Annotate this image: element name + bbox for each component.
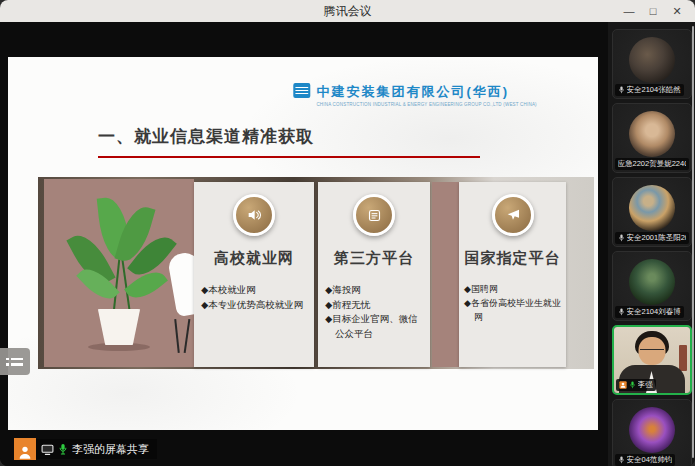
plant-illustration <box>44 179 194 367</box>
participant-name-label: 安全04范帅钧 <box>615 454 676 466</box>
shared-slide: 中建安装集团有限公司(华西) CHINA CONSTRUCTION INDUST… <box>8 57 598 430</box>
window-title: 腾讯会议 <box>324 3 372 20</box>
column-title: 高校就业网 <box>194 249 314 268</box>
participant-name-label: 李强 <box>616 379 656 391</box>
column-title: 第三方平台 <box>318 249 430 268</box>
participant-tile[interactable]: 安全04范帅钧 <box>612 399 692 466</box>
window-controls: — □ ✕ <box>617 0 689 22</box>
avatar <box>629 185 675 231</box>
bullet-item: ◆本校就业网 <box>201 283 310 298</box>
participants-sidebar: 安全2104张皓然 应急2202贺曼妮22403050230 安全2001陈圣阳… <box>608 22 695 466</box>
sharing-icon <box>619 381 627 389</box>
avatar <box>629 37 675 83</box>
mic-icon <box>618 86 625 94</box>
share-banner: 李强的屏幕共享 <box>14 438 157 460</box>
mic-on-icon <box>58 443 68 455</box>
presenter-icon[interactable] <box>14 438 36 460</box>
company-name: 中建安装集团有限公司(华西) <box>316 83 536 101</box>
bullet-item: ◆各省份高校毕业生就业网 <box>464 297 564 325</box>
participant-name-label: 应急2202贺曼妮22403050230 <box>615 158 689 170</box>
bullet-item: ◆国聘网 <box>464 283 564 297</box>
screen-share-stage: 中建安装集团有限公司(华西) CHINA CONSTRUCTION INDUST… <box>0 22 608 466</box>
participant-tile[interactable]: 安全2104张皓然 <box>612 29 692 99</box>
column-third-party-platforms: 第三方平台 ◆海投网 ◆前程无忧 ◆目标企业官网、微信公众平台 <box>318 182 430 367</box>
bullet-item: ◆本专业优势高校就业网 <box>201 298 310 313</box>
plant-pot <box>96 309 142 345</box>
sidebar-scrollbar[interactable] <box>692 26 694 458</box>
column-title: 国家指定平台 <box>459 249 566 268</box>
participant-name-label: 安全2104张皓然 <box>615 84 684 96</box>
avatar <box>629 111 675 157</box>
participant-tile[interactable]: 安全2001陈圣阳2041501... <box>612 177 692 247</box>
bullet-item: ◆目标企业官网、微信公众平台 <box>325 312 426 341</box>
form-icon <box>353 194 395 236</box>
decor-strip <box>432 182 459 367</box>
mic-on-icon <box>629 381 636 389</box>
participant-tile[interactable]: 应急2202贺曼妮22403050230 <box>612 103 692 173</box>
company-logo <box>293 83 310 98</box>
participant-tile[interactable]: 安全2104刘春博 <box>612 251 692 321</box>
mic-icon <box>618 234 625 242</box>
maximize-button[interactable]: □ <box>641 0 665 22</box>
share-banner-text: 李强的屏幕共享 <box>72 442 149 457</box>
meeting-window: 腾讯会议 — □ ✕ 中建安装集团有限公司(华西) CHINA CONSTRUC… <box>0 0 695 466</box>
close-button[interactable]: ✕ <box>665 0 689 22</box>
minimize-button[interactable]: — <box>617 0 641 22</box>
participant-name-label: 安全2001陈圣阳2041501... <box>615 232 689 244</box>
chair-illustration <box>167 251 194 317</box>
share-status-label: 李强的屏幕共享 <box>36 439 157 459</box>
company-header: 中建安装集团有限公司(华西) CHINA CONSTRUCTION INDUST… <box>293 83 536 107</box>
column-university-job-sites: 高校就业网 ◆本校就业网 ◆本专业优势高校就业网 <box>194 182 314 367</box>
panel-toggle-button[interactable] <box>0 348 30 375</box>
participant-tile-active-speaker[interactable]: 李强 <box>612 325 692 395</box>
bullet-item: ◆海投网 <box>325 283 426 298</box>
title-underline <box>98 156 480 158</box>
megaphone-icon <box>492 194 534 236</box>
title-bar: 腾讯会议 — □ ✕ <box>0 0 695 22</box>
company-name-en: CHINA CONSTRUCTION INDUSTRIAL & ENERGY E… <box>316 102 536 107</box>
mic-icon <box>618 456 625 464</box>
avatar <box>629 259 675 305</box>
speaker-icon <box>233 194 275 236</box>
column-state-designated-platforms: 国家指定平台 ◆国聘网 ◆各省份高校毕业生就业网 <box>459 182 566 367</box>
participant-name-label: 安全2104刘春博 <box>615 306 684 318</box>
slide-title: 一、就业信息渠道精准获取 <box>98 125 314 148</box>
mic-icon <box>618 308 625 316</box>
bullet-item: ◆前程无忧 <box>325 298 426 313</box>
avatar <box>629 407 675 453</box>
screen-share-icon <box>41 444 54 455</box>
